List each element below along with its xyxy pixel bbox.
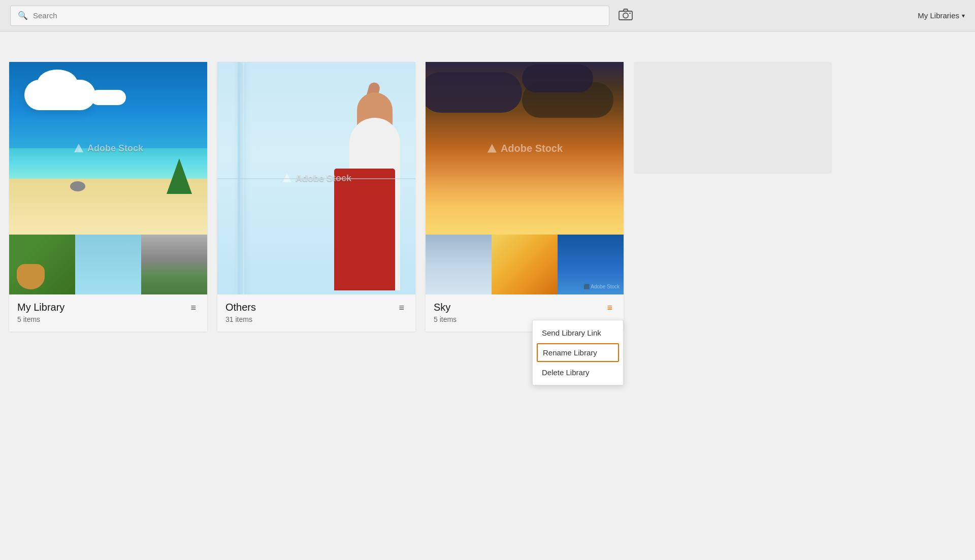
svg-rect-0 xyxy=(619,11,632,20)
library-context-menu: Send Library Link Rename Library Delete … xyxy=(532,320,624,385)
dropdown-item-delete[interactable]: Delete Library xyxy=(533,363,623,382)
hand-glass-main-image: Adobe Stock xyxy=(217,62,415,294)
library-menu-button-others[interactable]: ≡ xyxy=(396,302,407,313)
sub-watermark: ⬛ Adobe Stock xyxy=(583,284,620,289)
my-libraries-button[interactable]: My Libraries ▾ xyxy=(918,11,965,20)
library-name-row-others: Others ≡ xyxy=(225,302,407,313)
sky-sunset-main-image: Adobe Stock xyxy=(426,62,624,235)
search-bar[interactable]: 🔍 xyxy=(10,6,609,26)
sub-image-landscape xyxy=(141,235,207,294)
library-menu-button-my-library[interactable]: ≡ xyxy=(187,302,199,313)
main-content: Adobe Stock My Library ≡ 5 items xyxy=(0,31,975,352)
library-card-empty xyxy=(634,62,832,174)
library-thumbnail-sky: Adobe Stock ⬛ Adobe Stock xyxy=(426,62,624,294)
sub-sky-clouds xyxy=(426,235,492,294)
library-name-my-library: My Library xyxy=(17,302,64,313)
library-name-others: Others xyxy=(225,302,256,313)
library-card-sky[interactable]: Adobe Stock ⬛ Adobe Stock Sky ≡ 5 ite xyxy=(426,62,624,332)
library-card-others[interactable]: Adobe Stock Others ≡ 31 items xyxy=(217,62,415,332)
library-footer-my-library: My Library ≡ 5 items xyxy=(9,294,207,332)
camera-icon[interactable] xyxy=(619,8,633,23)
card3-sub-images: ⬛ Adobe Stock xyxy=(426,235,624,294)
svg-point-1 xyxy=(623,13,628,18)
my-libraries-label: My Libraries xyxy=(918,11,959,20)
library-footer-sky: Sky ≡ 5 items Send Library Link Rename L… xyxy=(426,294,624,332)
beach-main-image: Adobe Stock xyxy=(9,62,207,235)
sub-image-white-dog xyxy=(75,235,141,294)
search-icon: 🔍 xyxy=(18,11,28,20)
search-input[interactable] xyxy=(33,11,602,20)
library-thumbnail-my-library: Adobe Stock xyxy=(9,62,207,294)
hand-container xyxy=(309,77,400,290)
chevron-down-icon: ▾ xyxy=(962,12,965,19)
image-divider xyxy=(217,178,415,179)
library-card-my-library[interactable]: Adobe Stock My Library ≡ 5 items xyxy=(9,62,207,332)
sub-image-dog xyxy=(9,235,75,294)
library-name-row: My Library ≡ xyxy=(17,302,199,313)
library-name-row-sky: Sky ≡ xyxy=(434,302,615,313)
app-header: 🔍 My Libraries ▾ xyxy=(0,0,975,31)
library-footer-others: Others ≡ 31 items xyxy=(217,294,415,332)
sub-blue-sky: ⬛ Adobe Stock xyxy=(558,235,624,294)
svg-rect-2 xyxy=(629,13,631,14)
library-name-sky: Sky xyxy=(434,302,450,313)
sub-sunset-glow xyxy=(492,235,558,294)
library-count-others: 31 items xyxy=(225,315,407,323)
libraries-grid: Adobe Stock My Library ≡ 5 items xyxy=(9,62,966,332)
library-count-my-library: 5 items xyxy=(17,315,199,323)
library-thumbnail-others: Adobe Stock xyxy=(217,62,415,294)
card1-sub-images xyxy=(9,235,207,294)
library-menu-button-sky[interactable]: ≡ xyxy=(604,302,615,313)
dropdown-item-send-link[interactable]: Send Library Link xyxy=(533,323,623,342)
dropdown-item-rename[interactable]: Rename Library xyxy=(537,343,619,362)
